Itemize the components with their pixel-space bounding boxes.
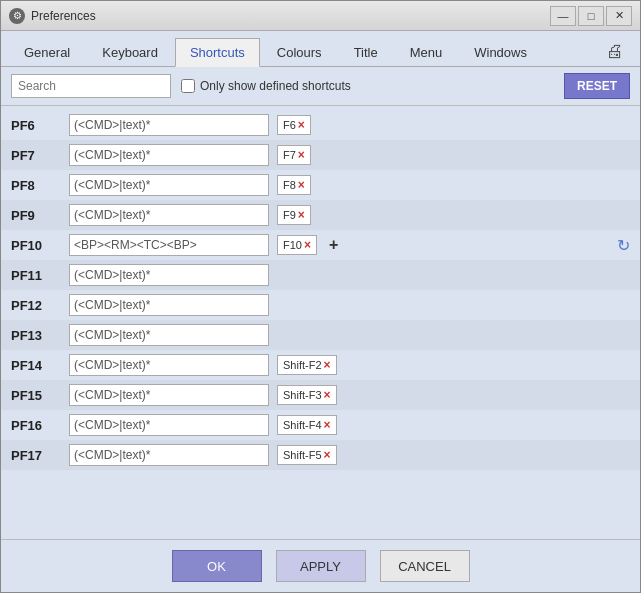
row-label: PF6 [11, 118, 61, 133]
row-label: PF17 [11, 448, 61, 463]
remove-key-button[interactable]: × [298, 208, 305, 222]
key-badge: Shift-F2× [277, 355, 337, 375]
table-row: PF11 [1, 260, 640, 290]
title-bar: ⚙ Preferences — □ ✕ [1, 1, 640, 31]
row-action-input[interactable] [69, 294, 269, 316]
key-badge: F9× [277, 205, 311, 225]
row-action-input[interactable] [69, 354, 269, 376]
tabs-bar: General Keyboard Shortcuts Colours Title… [1, 31, 640, 67]
footer: OK APPLY CANCEL [1, 539, 640, 592]
print-icon[interactable]: 🖨 [598, 37, 632, 66]
table-row: PF10F10×+↻ [1, 230, 640, 260]
remove-key-button[interactable]: × [304, 238, 311, 252]
table-row: PF15Shift-F3× [1, 380, 640, 410]
tab-colours[interactable]: Colours [262, 38, 337, 66]
table-row: PF9F9× [1, 200, 640, 230]
tab-menu[interactable]: Menu [395, 38, 458, 66]
table-row: PF12 [1, 290, 640, 320]
row-action-input[interactable] [69, 234, 269, 256]
row-label: PF9 [11, 208, 61, 223]
table-row: PF7F7× [1, 140, 640, 170]
row-action-input[interactable] [69, 324, 269, 346]
key-badge: Shift-F4× [277, 415, 337, 435]
row-label: PF8 [11, 178, 61, 193]
undo-button[interactable]: ↻ [617, 236, 630, 255]
remove-key-button[interactable]: × [298, 178, 305, 192]
close-button[interactable]: ✕ [606, 6, 632, 26]
toolbar: Only show defined shortcuts RESET [1, 67, 640, 106]
only-defined-text: Only show defined shortcuts [200, 79, 351, 93]
add-key-button[interactable]: + [325, 236, 342, 254]
table-row: PF17Shift-F5× [1, 440, 640, 470]
row-label: PF12 [11, 298, 61, 313]
key-badge: F8× [277, 175, 311, 195]
minimize-button[interactable]: — [550, 6, 576, 26]
row-label: PF10 [11, 238, 61, 253]
row-label: PF15 [11, 388, 61, 403]
remove-key-button[interactable]: × [324, 358, 331, 372]
apply-button[interactable]: APPLY [276, 550, 366, 582]
tab-keyboard[interactable]: Keyboard [87, 38, 173, 66]
tab-windows[interactable]: Windows [459, 38, 542, 66]
remove-key-button[interactable]: × [324, 448, 331, 462]
key-badge: F10× [277, 235, 317, 255]
preferences-window: ⚙ Preferences — □ ✕ General Keyboard Sho… [0, 0, 641, 593]
row-action-input[interactable] [69, 144, 269, 166]
row-action-input[interactable] [69, 444, 269, 466]
table-row: PF14Shift-F2× [1, 350, 640, 380]
remove-key-button[interactable]: × [298, 148, 305, 162]
row-action-input[interactable] [69, 204, 269, 226]
tab-title[interactable]: Title [339, 38, 393, 66]
row-label: PF16 [11, 418, 61, 433]
window-controls: — □ ✕ [550, 6, 632, 26]
key-badge: Shift-F3× [277, 385, 337, 405]
tab-shortcuts[interactable]: Shortcuts [175, 38, 260, 67]
row-action-input[interactable] [69, 174, 269, 196]
tab-general[interactable]: General [9, 38, 85, 66]
maximize-button[interactable]: □ [578, 6, 604, 26]
key-badge: F7× [277, 145, 311, 165]
row-action-input[interactable] [69, 384, 269, 406]
row-action-input[interactable] [69, 264, 269, 286]
search-input[interactable] [11, 74, 171, 98]
reset-button[interactable]: RESET [564, 73, 630, 99]
table-row: PF13 [1, 320, 640, 350]
key-badge: Shift-F5× [277, 445, 337, 465]
remove-key-button[interactable]: × [324, 388, 331, 402]
table-row: PF16Shift-F4× [1, 410, 640, 440]
key-badge: F6× [277, 115, 311, 135]
row-label: PF11 [11, 268, 61, 283]
shortcuts-list: PF6F6×PF7F7×PF8F8×PF9F9×PF10F10×+↻PF11PF… [1, 106, 640, 539]
row-action-input[interactable] [69, 114, 269, 136]
table-row: PF6F6× [1, 110, 640, 140]
row-action-input[interactable] [69, 414, 269, 436]
table-row: PF8F8× [1, 170, 640, 200]
row-label: PF13 [11, 328, 61, 343]
cancel-button[interactable]: CANCEL [380, 550, 470, 582]
only-defined-label[interactable]: Only show defined shortcuts [181, 79, 351, 93]
row-label: PF7 [11, 148, 61, 163]
app-icon: ⚙ [9, 8, 25, 24]
window-title: Preferences [31, 9, 550, 23]
remove-key-button[interactable]: × [298, 118, 305, 132]
remove-key-button[interactable]: × [324, 418, 331, 432]
only-defined-checkbox[interactable] [181, 79, 195, 93]
ok-button[interactable]: OK [172, 550, 262, 582]
row-label: PF14 [11, 358, 61, 373]
